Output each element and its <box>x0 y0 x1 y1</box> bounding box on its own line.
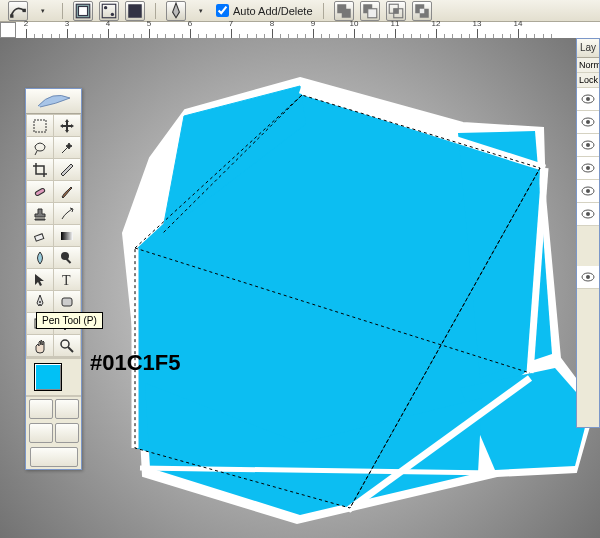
pen-tool[interactable] <box>27 291 53 312</box>
layers-tab[interactable]: Lay <box>577 39 599 58</box>
pen-opt-dropdown[interactable]: ▾ <box>192 4 210 18</box>
svg-point-6 <box>111 12 114 15</box>
layer-visibility-icon[interactable] <box>577 111 599 134</box>
svg-rect-32 <box>34 120 46 132</box>
dodge-tool[interactable] <box>54 247 80 268</box>
screen-mode-row <box>26 421 81 445</box>
brush-tool[interactable] <box>54 181 80 202</box>
svg-point-27 <box>586 189 590 193</box>
jump-to-button[interactable] <box>30 447 78 467</box>
svg-rect-14 <box>393 8 398 13</box>
auto-add-delete-input[interactable] <box>216 4 229 17</box>
jump-row <box>26 445 81 469</box>
screen-mode-2[interactable] <box>55 423 79 443</box>
envelope-artwork <box>0 38 600 538</box>
screen-mode-1[interactable] <box>29 423 53 443</box>
mask-mode-row <box>26 397 81 421</box>
pen-tool-tooltip: Pen Tool (P) <box>36 312 103 329</box>
ruler-horizontal: 234567891011121314 <box>0 22 600 39</box>
fill-pixels-icon[interactable] <box>125 1 145 21</box>
svg-point-31 <box>586 275 590 279</box>
hand-tool[interactable] <box>27 335 53 356</box>
lasso-tool[interactable] <box>27 137 53 158</box>
svg-rect-35 <box>61 232 73 240</box>
svg-point-36 <box>61 252 69 260</box>
heal-tool[interactable] <box>27 181 53 202</box>
svg-rect-34 <box>35 233 44 240</box>
svg-point-25 <box>586 166 590 170</box>
toolbox-header-feather-icon <box>26 89 81 114</box>
divider <box>323 3 324 19</box>
stamp-tool[interactable] <box>27 203 53 224</box>
toolbox: T <box>25 88 82 470</box>
svg-point-29 <box>586 212 590 216</box>
svg-rect-9 <box>341 8 350 17</box>
shape-tool[interactable] <box>54 291 80 312</box>
layer-visibility-icon[interactable] <box>577 266 599 289</box>
layer-visibility-icon[interactable] <box>577 134 599 157</box>
eraser-tool[interactable] <box>27 225 53 246</box>
layer-visibility-icon[interactable] <box>577 203 599 226</box>
svg-rect-33 <box>35 187 46 195</box>
svg-point-19 <box>586 97 590 101</box>
path-select-tool[interactable] <box>27 269 53 290</box>
color-swatch-area <box>26 359 81 395</box>
svg-point-5 <box>104 5 107 8</box>
svg-point-39 <box>39 301 41 303</box>
divider <box>155 3 156 19</box>
svg-point-21 <box>586 120 590 124</box>
slice-tool[interactable] <box>54 159 80 180</box>
move-tool[interactable] <box>54 115 80 136</box>
path-mode-dropdown[interactable]: ▾ <box>34 4 52 18</box>
options-bar: ▾ ▾ Auto Add/Delete <box>0 0 600 22</box>
bool-exclude-icon[interactable] <box>412 1 432 21</box>
svg-rect-40 <box>62 298 72 306</box>
lock-row: Lock <box>577 73 599 88</box>
crop-tool[interactable] <box>27 159 53 180</box>
app-root: ▾ ▾ Auto Add/Delete 234567891011121314 <box>0 0 600 538</box>
ruler-corner <box>0 22 16 38</box>
svg-rect-11 <box>367 8 376 17</box>
svg-rect-3 <box>79 6 88 15</box>
blend-mode-row[interactable]: Norm <box>577 58 599 73</box>
divider <box>62 3 63 19</box>
svg-point-23 <box>586 143 590 147</box>
layer-visibility-icon[interactable] <box>577 180 599 203</box>
gradient-tool[interactable] <box>54 225 80 246</box>
svg-line-45 <box>68 347 73 352</box>
svg-rect-0 <box>10 14 13 17</box>
paths-icon[interactable] <box>99 1 119 21</box>
svg-point-44 <box>61 340 69 348</box>
svg-rect-1 <box>23 8 26 11</box>
layer-visibility-icon[interactable] <box>577 88 599 111</box>
hex-annotation: #01C1F5 <box>90 350 181 376</box>
svg-rect-4 <box>102 4 116 18</box>
layer-gap <box>577 226 599 266</box>
history-brush-tool[interactable] <box>54 203 80 224</box>
standard-mode-button[interactable] <box>29 399 53 419</box>
auto-add-delete-checkbox[interactable]: Auto Add/Delete <box>216 4 313 17</box>
quickmask-mode-button[interactable] <box>55 399 79 419</box>
auto-add-delete-label: Auto Add/Delete <box>233 5 313 17</box>
pen-icon-opt[interactable] <box>166 1 186 21</box>
paths-mode-icon[interactable] <box>8 1 28 21</box>
bool-add-icon[interactable] <box>334 1 354 21</box>
type-tool[interactable]: T <box>54 269 80 290</box>
layers-panel[interactable]: Lay Norm Lock <box>576 38 600 428</box>
svg-text:T: T <box>62 273 71 288</box>
bool-subtract-icon[interactable] <box>360 1 380 21</box>
svg-rect-7 <box>128 4 142 18</box>
foreground-color-swatch[interactable] <box>34 363 62 391</box>
wand-tool[interactable] <box>54 137 80 158</box>
layer-visibility-icon[interactable] <box>577 157 599 180</box>
shape-layers-icon[interactable] <box>73 1 93 21</box>
blur-tool[interactable] <box>27 247 53 268</box>
zoom-tool[interactable] <box>54 335 80 356</box>
marquee-tool[interactable] <box>27 115 53 136</box>
canvas-area[interactable] <box>0 38 600 538</box>
bool-intersect-icon[interactable] <box>386 1 406 21</box>
svg-rect-37 <box>66 258 72 264</box>
svg-rect-17 <box>419 8 424 13</box>
